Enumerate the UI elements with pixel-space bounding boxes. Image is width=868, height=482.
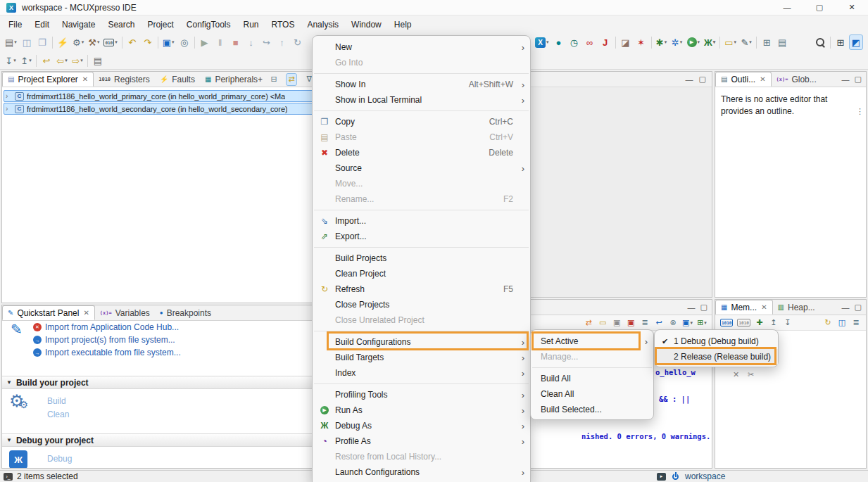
menu-item-go-into[interactable]: Go Into [313,55,530,70]
menu-edit[interactable]: Edit [28,18,56,32]
maximize-window-button[interactable]: ▢ [803,0,836,15]
tab-registers[interactable]: 1010 Registers [94,72,155,87]
minimize-view-icon[interactable]: — [842,75,850,84]
link-clean[interactable]: Clean [47,410,69,419]
menu-item-source[interactable]: Source› [313,160,530,176]
close-tab-icon[interactable]: ✕ [82,75,88,83]
jlink-icon[interactable]: J [598,34,612,50]
power-icon[interactable] [671,472,680,481]
tab-quickstart[interactable]: ✎ Quickstart Panel ✕ [2,305,95,320]
menu-item-show-in[interactable]: Show InAlt+Shift+W› [313,77,530,92]
tab-outline[interactable]: ▤ Outli... ✕ [715,72,772,87]
step-into-icon[interactable]: ↓ [244,34,258,50]
next-annotation-icon[interactable]: ↧▾ [4,53,18,68]
menu-item-profiling-tools[interactable]: Profiling Tools› [313,387,530,402]
menu-item-debug-as[interactable]: ЖDebug As› [313,418,530,433]
menu-analysis[interactable]: Analysis [301,18,345,32]
menu-item-build-projects[interactable]: Build Projects [313,250,530,266]
menu-item-launch-configurations[interactable]: Launch Configurations› [313,464,530,480]
maximize-view-icon[interactable]: ▢ [855,303,862,312]
annotate-icon[interactable]: ✎▾ [739,34,753,50]
open-folder-icon[interactable]: ▭▾ [723,34,738,50]
menu-item-build-all[interactable]: Build All [531,371,653,386]
menu-item-build-targets[interactable]: Build Targets› [313,350,530,365]
show-stderr-icon[interactable]: ▣ [624,317,637,329]
menu-item-show-in-local-terminal[interactable]: Show in Local Terminal› [313,92,530,108]
minimize-view-icon[interactable]: — [688,303,696,312]
monitor-hex-icon[interactable]: 1010 [719,317,734,329]
menu-item-export[interactable]: ⇗Export... [313,229,530,244]
export-memory-icon[interactable]: ↥ [767,317,780,329]
menu-item-move[interactable]: Move... [313,176,530,191]
redo-icon[interactable]: ↷ [141,34,155,50]
menu-item-profile-as[interactable]: ◔Profile As› [313,433,530,449]
menu-item-manage[interactable]: Manage... [531,349,653,364]
tab-peripherals[interactable]: ▦ Peripherals+ [200,72,268,87]
open-console-icon[interactable]: ▣▾ [161,34,176,50]
menu-item-refresh[interactable]: ↻RefreshF5 [313,281,530,297]
link-import-executable[interactable]: Import executable from file system... [45,348,181,357]
step-return-icon[interactable]: ↑ [275,34,289,50]
tree-item-secondary-core[interactable]: › C frdmimxrt1186_hello_world_secondary_… [4,103,317,115]
menu-item-clean-all[interactable]: Clean All [531,386,653,402]
import-memory-icon[interactable]: ↧ [781,317,794,329]
menu-window[interactable]: Window [345,18,388,32]
maximize-view-icon[interactable]: ▢ [700,303,707,312]
link-terminate-build-debug[interactable]: Terminate, Build and Debug [47,467,151,469]
link-with-editor-icon[interactable]: ⇄ [286,73,297,86]
menu-navigate[interactable]: Navigate [56,18,101,32]
binary-utilities-icon[interactable]: 010▾ [102,34,118,50]
clocks-tool-icon[interactable]: ◷ [567,34,581,50]
tab-memory[interactable]: ▦ Mem... ✕ [715,300,773,315]
maximize-view-icon[interactable]: ▢ [699,75,706,84]
build-icon[interactable]: ⚒▾ [87,34,101,50]
flash-programmer-icon[interactable]: ⚡ [56,34,70,50]
back-history-icon[interactable]: ⇦▾ [55,53,69,68]
search-icon[interactable] [813,34,827,50]
restart-icon[interactable]: ↻ [291,34,305,50]
menu-help[interactable]: Help [388,18,418,32]
menu-rtos[interactable]: RTOS [265,18,301,32]
menu-file[interactable]: File [2,18,28,32]
resume-icon[interactable]: ▶ [198,34,212,50]
develop-perspective-icon[interactable]: ◩ [849,34,863,50]
menu-item-paste[interactable]: ▤PasteCtrl+V [313,129,530,145]
tab-faults[interactable]: ⚡ Faults [155,72,200,87]
remove-monitor-icon[interactable]: ✕ [733,370,739,379]
menu-run[interactable]: Run [237,18,265,32]
scissors-icon[interactable]: ✂ [748,370,754,379]
menu-item-release-build[interactable]: 2 Release (Release build) [655,349,778,364]
debug-icon[interactable]: Ж▾ [703,34,717,50]
launch-target[interactable]: workspace [685,471,725,481]
collapse-all-icon[interactable]: ⊟ [268,73,279,86]
menu-item-delete[interactable]: ✖DeleteDelete [313,145,530,160]
eraser-icon[interactable]: ◪ [619,34,633,50]
grid-icon[interactable]: ⊞ [760,34,774,50]
console-monitor-icon[interactable]: ▸ [657,473,666,481]
open-console-icon[interactable]: ⊞▾ [696,317,708,329]
menu-item-clean-project[interactable]: Clean Project [313,266,530,281]
split-view-icon[interactable]: ◫ [836,317,848,329]
close-tab-icon[interactable]: ✕ [83,309,89,317]
tab-variables[interactable]: (x)= Variables [95,305,155,320]
layers-icon[interactable]: ▤ [775,34,789,50]
menu-configtools[interactable]: ConfigTools [180,18,237,32]
close-tab-icon[interactable]: ✕ [760,75,765,83]
save-all-icon[interactable]: ❐ [35,34,49,50]
view-menu-icon[interactable]: ⋮ [856,107,864,116]
previous-annotation-icon[interactable]: ↥▾ [19,53,33,68]
tab-heap[interactable]: ▥ Heap... [773,300,820,315]
menu-item-rename[interactable]: Rename...F2 [313,191,530,207]
new-wizard-icon[interactable]: ▤▾ [4,34,18,50]
expand-arrow-icon[interactable]: › [6,92,12,100]
terminate-icon[interactable]: ■ [229,34,243,50]
analysis-icon[interactable]: ✶ [634,34,648,50]
pins-tool-icon[interactable]: ● [552,34,566,50]
tree-item-primary-core[interactable]: › C frdmimxrt1186_hello_world_primary_co… [4,90,317,102]
config-tools-icon[interactable]: X▾ [534,34,551,50]
clear-console-icon[interactable]: ⊗ [667,317,679,329]
save-icon[interactable]: ◫ [20,34,34,50]
view-menu-icon[interactable]: ≣ [850,317,862,329]
run-icon[interactable]: ▶▾ [686,34,702,50]
tab-project-explorer[interactable]: ▤ Project Explorer ✕ [2,72,94,87]
